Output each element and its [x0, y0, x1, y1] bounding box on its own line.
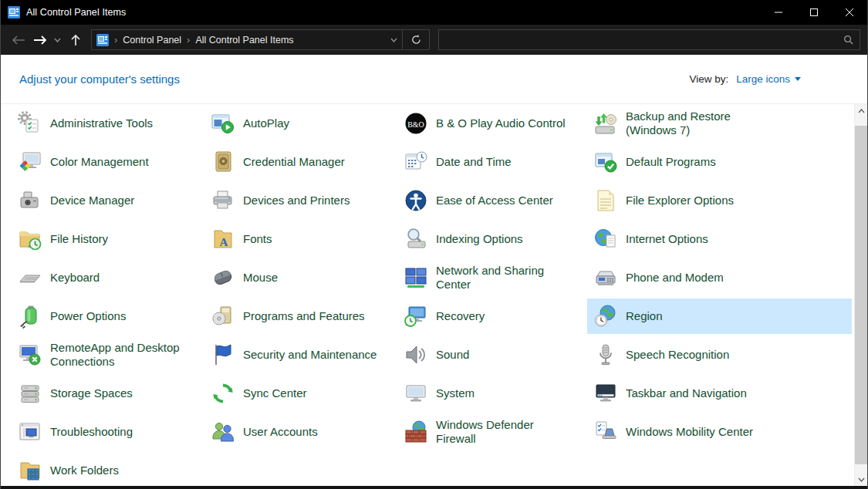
region-icon — [593, 304, 618, 329]
item-default-programs[interactable]: Default Programs — [587, 144, 852, 180]
maximize-button[interactable] — [796, 0, 832, 25]
device-manager-icon — [18, 188, 42, 213]
item-backup-and-restore[interactable]: Backup and Restore (Windows 7) — [587, 106, 852, 141]
storage-spaces-icon — [18, 381, 42, 406]
item-troubleshooting[interactable]: Troubleshooting — [12, 414, 204, 450]
header-row: Adjust your computer's settings View by:… — [1, 55, 867, 104]
item-power-options[interactable]: Power Options — [12, 298, 204, 334]
item-sync-center[interactable]: Sync Center — [204, 376, 397, 411]
titlebar: All Control Panel Items — [1, 0, 867, 25]
window-bottom-border — [1, 486, 867, 489]
item-security-and-maintenance[interactable]: Security and Maintenance — [204, 337, 397, 373]
item-label: Credential Manager — [243, 155, 345, 169]
item-label: Taskbar and Navigation — [626, 386, 747, 400]
item-bo-play-audio-control[interactable]: B&OB & O Play Audio Control — [397, 106, 587, 141]
item-label: Work Folders — [50, 464, 119, 477]
view-by-dropdown[interactable]: Large icons — [736, 73, 801, 85]
mouse-icon — [211, 265, 235, 290]
item-storage-spaces[interactable]: Storage Spaces — [12, 376, 204, 411]
refresh-button[interactable] — [403, 29, 430, 50]
administrative-tools-icon — [18, 111, 42, 136]
scrollbar-thumb[interactable] — [855, 126, 867, 464]
item-indexing-options[interactable]: Indexing Options — [397, 221, 587, 257]
item-taskbar-and-navigation[interactable]: Taskbar and Navigation — [587, 376, 852, 411]
item-ease-of-access-center[interactable]: Ease of Access Center — [397, 183, 587, 218]
devices-and-printers-icon — [211, 188, 235, 213]
forward-button[interactable] — [29, 29, 50, 50]
close-button[interactable] — [832, 0, 867, 25]
item-label: Fonts — [243, 232, 272, 246]
item-label: Indexing Options — [436, 232, 523, 246]
recent-pages-dropdown-icon[interactable] — [51, 29, 64, 50]
item-label: B & O Play Audio Control — [436, 116, 566, 130]
programs-and-features-icon — [211, 304, 235, 329]
item-label: Mouse — [243, 271, 278, 285]
network-and-sharing-center-icon — [404, 265, 428, 290]
item-autoplay[interactable]: AutoPlay — [204, 106, 397, 141]
item-device-manager[interactable]: Device Manager — [12, 183, 204, 218]
item-credential-manager[interactable]: Credential Manager — [204, 144, 397, 180]
vertical-scrollbar[interactable] — [854, 104, 867, 486]
item-remoteapp-and-desktop-connections[interactable]: RemoteApp and Desktop Connections — [12, 337, 204, 373]
control-panel-icon — [96, 34, 109, 46]
color-management-icon — [18, 150, 42, 174]
item-system[interactable]: System — [397, 376, 587, 411]
item-user-accounts[interactable]: User Accounts — [204, 414, 397, 450]
content-area: Adjust your computer's settings View by:… — [1, 55, 867, 486]
breadcrumb-separator-icon: › — [181, 34, 195, 46]
address-bar: › Control Panel › All Control Panel Item… — [91, 29, 430, 50]
item-date-and-time[interactable]: Date and Time — [397, 144, 587, 180]
breadcrumb-item-all-control-panel-items[interactable]: All Control Panel Items — [195, 35, 293, 46]
address-dropdown-icon[interactable] — [390, 38, 397, 42]
windows-defender-firewall-icon — [404, 420, 428, 444]
item-label: Phone and Modem — [626, 271, 724, 285]
item-file-explorer-options[interactable]: File Explorer Options — [587, 183, 852, 218]
work-folders-icon — [18, 458, 42, 483]
item-label: Devices and Printers — [243, 194, 350, 207]
user-accounts-icon — [211, 420, 235, 444]
item-internet-options[interactable]: Internet Options — [587, 221, 852, 257]
item-mouse[interactable]: Mouse — [204, 260, 397, 295]
bo-play-audio-control-icon: B&O — [404, 111, 428, 136]
item-network-and-sharing-center[interactable]: Network and Sharing Center — [397, 260, 587, 295]
scroll-down-icon[interactable] — [855, 473, 867, 486]
item-keyboard[interactable]: Keyboard — [12, 260, 204, 295]
view-by-label: View by: — [689, 73, 728, 85]
item-label: Default Programs — [626, 155, 716, 169]
control-panel-window: All Control Panel Items — [0, 0, 868, 489]
system-icon — [404, 381, 428, 406]
item-work-folders[interactable]: Work Folders — [12, 453, 204, 486]
item-sound[interactable]: Sound — [397, 337, 587, 373]
item-windows-defender-firewall[interactable]: Windows Defender Firewall — [397, 414, 587, 450]
ease-of-access-center-icon — [404, 188, 428, 213]
item-administrative-tools[interactable]: Administrative Tools — [12, 106, 204, 141]
date-and-time-icon — [404, 150, 428, 174]
item-speech-recognition[interactable]: Speech Recognition — [587, 337, 852, 373]
item-programs-and-features[interactable]: Programs and Features — [204, 298, 397, 334]
minimize-button[interactable] — [761, 0, 796, 25]
item-recovery[interactable]: Recovery — [397, 298, 587, 334]
back-button[interactable] — [8, 29, 29, 50]
item-color-management[interactable]: Color Management — [12, 144, 204, 180]
file-explorer-options-icon — [593, 188, 618, 213]
item-devices-and-printers[interactable]: Devices and Printers — [204, 183, 397, 218]
recovery-icon — [404, 304, 428, 329]
item-label: Date and Time — [436, 155, 512, 169]
item-label: Internet Options — [626, 232, 708, 246]
item-label: User Accounts — [243, 425, 318, 439]
default-programs-icon — [593, 150, 618, 174]
breadcrumb-item-control-panel[interactable]: Control Panel — [123, 35, 181, 46]
search-icon[interactable] — [843, 35, 853, 45]
search-input[interactable] — [445, 35, 843, 46]
item-phone-and-modem[interactable]: Phone and Modem — [587, 260, 852, 295]
scroll-up-icon[interactable] — [855, 104, 867, 117]
windows-mobility-center-icon — [593, 420, 618, 444]
up-button[interactable] — [65, 29, 86, 50]
sync-center-icon — [211, 381, 235, 406]
item-windows-mobility-center[interactable]: Windows Mobility Center — [587, 414, 852, 450]
breadcrumb[interactable]: › Control Panel › All Control Panel Item… — [91, 29, 403, 50]
item-region[interactable]: Region — [587, 298, 852, 334]
item-fonts[interactable]: AFonts — [204, 221, 397, 257]
item-label: Administrative Tools — [50, 116, 153, 130]
item-file-history[interactable]: File History — [12, 221, 204, 257]
